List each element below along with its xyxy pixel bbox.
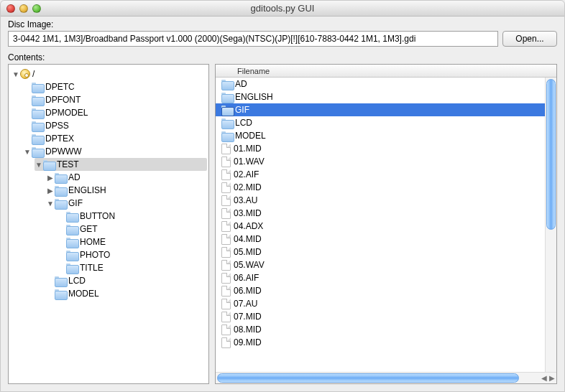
tree-item[interactable]: LCD — [46, 274, 207, 287]
tree-item[interactable]: MODEL — [46, 287, 207, 300]
disclosure-closed-icon[interactable]: ▶ — [46, 187, 55, 195]
list-row-label: 04.MID — [234, 234, 262, 244]
list-row-label: MODEL — [235, 131, 266, 141]
file-icon — [221, 337, 231, 348]
list-row[interactable]: MODEL — [216, 129, 545, 142]
list-row-label: 04.ADX — [234, 221, 263, 231]
list-row[interactable]: GIF — [216, 103, 545, 116]
disclosure-closed-icon[interactable]: ▶ — [46, 174, 55, 182]
tree-item[interactable]: GET — [58, 223, 207, 235]
tree-item[interactable]: ▶AD — [46, 171, 207, 184]
tree-item[interactable]: ▼TEST — [35, 158, 207, 171]
folder-icon — [66, 238, 78, 247]
folder-icon — [32, 108, 43, 118]
list-header-filename[interactable]: Filename — [216, 65, 556, 78]
vertical-scroll-thumb[interactable] — [546, 79, 556, 230]
tree-item[interactable]: DPETC — [23, 80, 207, 93]
file-icon — [221, 312, 231, 322]
list-row[interactable]: 01.WAV — [216, 155, 545, 168]
list-row[interactable]: 03.MID — [216, 207, 545, 220]
disc-image-path-field[interactable]: 3-0442 1M1, 1M3]/Broadband Passport v1.0… — [8, 31, 498, 47]
horizontal-scrollbar[interactable]: ◀ ▶ — [216, 372, 556, 383]
contents-label: Contents: — [1, 50, 564, 64]
list-row[interactable]: 07.AU — [216, 297, 545, 310]
tree-item[interactable]: ▼DPWWW — [23, 145, 207, 158]
tree-item[interactable]: HOME — [58, 235, 207, 248]
titlebar[interactable]: gditools.py GUI — [1, 1, 564, 17]
list-row[interactable]: 02.MID — [216, 181, 545, 194]
disclosure-open-icon[interactable]: ▼ — [46, 200, 55, 207]
folder-icon — [32, 134, 43, 144]
list-row[interactable]: 07.MID — [216, 310, 545, 323]
list-row[interactable]: 01.MID — [216, 142, 545, 155]
list-row-label: 07.AU — [234, 299, 257, 309]
tree-item[interactable]: BUTTON — [58, 210, 207, 223]
list-row-label: AD — [235, 79, 247, 89]
window-title: gditools.py GUI — [1, 3, 564, 14]
tree-item-label: DPTEX — [45, 134, 74, 144]
tree-item-label: MODEL — [68, 289, 99, 299]
horizontal-scroll-thumb[interactable] — [217, 373, 519, 383]
file-list[interactable]: ADENGLISHGIFLCDMODEL01.MID01.WAV02.AIF02… — [216, 78, 545, 349]
disclosure-open-icon[interactable]: ▼ — [35, 161, 43, 169]
list-row[interactable]: 04.ADX — [216, 220, 545, 233]
tree-item-label: TITLE — [80, 263, 104, 273]
list-row[interactable]: LCD — [216, 116, 545, 129]
tree-item[interactable]: ▼GIF — [46, 197, 207, 210]
vertical-scrollbar[interactable] — [545, 78, 556, 372]
list-row-label: 09.MID — [234, 337, 262, 347]
tree-item[interactable]: TITLE — [58, 261, 207, 274]
tree-item-label: / — [32, 69, 35, 79]
close-icon[interactable] — [6, 4, 15, 13]
tree-item[interactable]: DPSS — [23, 119, 207, 132]
list-row-label: 03.MID — [234, 208, 262, 218]
list-row[interactable]: 05.WAV — [216, 258, 545, 271]
tree-item-label: GIF — [68, 198, 83, 208]
folder-icon — [55, 276, 66, 286]
list-row[interactable]: 08.MID — [216, 323, 545, 336]
tree-item-label: BUTTON — [80, 211, 115, 221]
folder-icon — [221, 80, 233, 89]
file-icon — [221, 208, 231, 219]
list-row[interactable]: 04.MID — [216, 233, 545, 246]
tree-item[interactable]: ▶ENGLISH — [46, 184, 207, 197]
list-row[interactable]: AD — [216, 78, 545, 90]
list-row[interactable]: 06.AIF — [216, 271, 545, 284]
disclosure-open-icon[interactable]: ▼ — [23, 148, 32, 156]
folder-icon — [32, 121, 43, 131]
folder-icon — [66, 263, 78, 273]
list-row-label: ENGLISH — [235, 92, 273, 102]
open-button[interactable]: Open... — [502, 31, 557, 47]
tree-item-label: DPFONT — [45, 95, 81, 105]
file-icon — [221, 195, 231, 206]
tree-item[interactable]: DPMODEL — [23, 106, 207, 119]
list-row[interactable]: ENGLISH — [216, 90, 545, 103]
list-row[interactable]: 06.MID — [216, 284, 545, 297]
tree-item-label: DPWWW — [45, 146, 82, 157]
tree-root[interactable]: ▼/ — [12, 67, 207, 80]
zoom-icon[interactable] — [32, 4, 41, 13]
list-row[interactable]: 03.AU — [216, 194, 545, 207]
disclosure-open-icon[interactable]: ▼ — [12, 70, 20, 78]
tree-item[interactable]: PHOTO — [58, 248, 207, 261]
list-row[interactable]: 05.MID — [216, 246, 545, 258]
tree-item[interactable]: DPTEX — [23, 132, 207, 145]
directory-tree[interactable]: ▼/DPETCDPFONTDPMODELDPSSDPTEX▼DPWWW▼TEST… — [9, 65, 208, 383]
list-row[interactable]: 09.MID — [216, 336, 545, 349]
list-row[interactable]: 02.AIF — [216, 168, 545, 181]
file-icon — [221, 169, 231, 180]
tree-item[interactable]: DPFONT — [23, 93, 207, 106]
minimize-icon[interactable] — [19, 4, 28, 13]
folder-icon — [66, 212, 78, 221]
folder-icon — [66, 225, 78, 234]
list-row-label: 07.MID — [234, 312, 262, 322]
app-window: gditools.py GUI Disc Image: 3-0442 1M1, … — [0, 0, 565, 392]
folder-icon — [32, 83, 43, 92]
folder-icon — [221, 93, 233, 102]
tree-item-label: GET — [80, 224, 98, 234]
file-icon — [221, 157, 231, 167]
folder-icon — [55, 199, 66, 208]
horizontal-scroll-arrows[interactable]: ◀ ▶ — [541, 373, 555, 383]
list-row-label: 01.MID — [234, 144, 262, 154]
file-icon — [221, 182, 231, 193]
